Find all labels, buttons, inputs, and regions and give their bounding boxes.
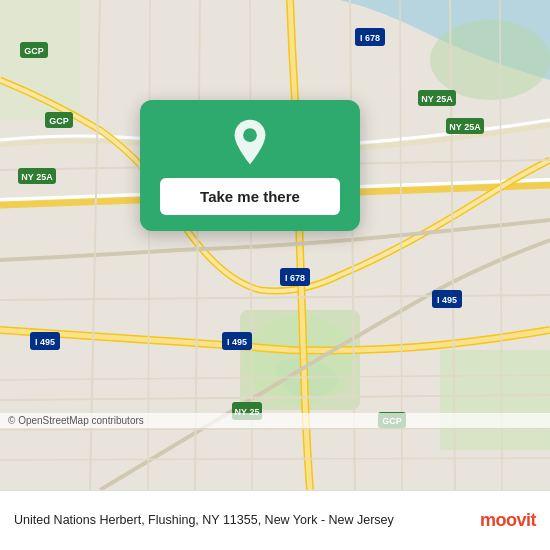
svg-rect-6 [0, 0, 80, 120]
overlay-card: Take me there [140, 100, 360, 231]
moovit-logo: moovit [480, 510, 536, 531]
location-pin-icon [226, 118, 274, 166]
svg-text:NY 25A: NY 25A [449, 122, 481, 132]
svg-text:I 678: I 678 [285, 273, 305, 283]
address-text: United Nations Herbert, Flushing, NY 113… [14, 512, 470, 530]
bottom-bar: United Nations Herbert, Flushing, NY 113… [0, 490, 550, 550]
moovit-wordmark: moovit [480, 510, 536, 531]
take-me-there-button[interactable]: Take me there [160, 178, 340, 215]
svg-text:I 678: I 678 [360, 33, 380, 43]
svg-text:NY 25A: NY 25A [421, 94, 453, 104]
svg-point-50 [243, 128, 257, 142]
map-container: GCP GCP NY 25A NY 25A NY 25A I 678 I 678… [0, 0, 550, 490]
svg-point-7 [430, 20, 550, 100]
svg-rect-5 [440, 350, 550, 450]
svg-text:GCP: GCP [49, 116, 69, 126]
svg-text:GCP: GCP [24, 46, 44, 56]
svg-text:I 495: I 495 [35, 337, 55, 347]
copyright-text: © OpenStreetMap contributors [8, 415, 144, 426]
svg-text:I 495: I 495 [437, 295, 457, 305]
svg-text:NY 25A: NY 25A [21, 172, 53, 182]
copyright-bar: © OpenStreetMap contributors [0, 413, 550, 428]
svg-text:I 495: I 495 [227, 337, 247, 347]
